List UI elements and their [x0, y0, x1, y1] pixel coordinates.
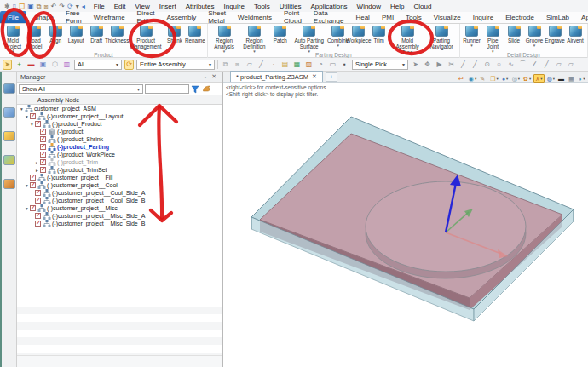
tree-row[interactable]: ▸(-)product_TrimSet	[17, 166, 222, 174]
tree-row[interactable]: ▾(-)customer_project__Cool	[17, 181, 222, 189]
tree-visibility-checkbox[interactable]	[35, 198, 41, 204]
tree-expander-icon[interactable]: ▸	[34, 160, 40, 165]
pick-component-icon[interactable]: ▦	[292, 60, 302, 69]
config-flower-icon[interactable]: ✿▾	[522, 74, 532, 83]
ribbon-tab-data-exchange[interactable]: Data Exchange	[308, 11, 350, 23]
menu-tools[interactable]: Tools	[250, 2, 274, 11]
redo-icon[interactable]: ↷	[59, 3, 65, 10]
new-tab-button[interactable]: +	[326, 72, 337, 82]
annotate-pen-icon[interactable]: ✎	[479, 74, 487, 83]
tree-row[interactable]: (-)product	[17, 128, 222, 135]
pick-edge-icon[interactable]: ╱	[257, 60, 266, 69]
ribbon-tab-weldments[interactable]: Weldments	[232, 11, 278, 23]
ribbon-tab-electrode[interactable]: Electrode	[499, 11, 540, 23]
filter-settings-icon[interactable]	[202, 84, 211, 94]
ribbon-tab-heal[interactable]: Heal	[349, 11, 375, 23]
regen-icon[interactable]: ⟳	[124, 60, 134, 70]
document-tab-product-parting[interactable]: * product_Parting.Z3ASM ✕	[230, 71, 323, 82]
manager-close-button[interactable]: ✕	[209, 73, 219, 80]
runner-button[interactable]: Runner▾	[462, 25, 482, 47]
grid-icon[interactable]: ▦	[568, 74, 576, 83]
stop-icon[interactable]: ▪	[340, 60, 349, 69]
undo-icon[interactable]: ↶	[51, 3, 57, 10]
pick-last-icon[interactable]: ➤	[411, 60, 420, 69]
add-to-selection-icon[interactable]: +	[14, 60, 24, 69]
assembly-manager-icon[interactable]	[3, 83, 15, 94]
menu-insert[interactable]: Insert	[155, 2, 181, 11]
snap-point-icon[interactable]: ✂	[447, 60, 456, 69]
tree-visibility-checkbox[interactable]	[35, 121, 41, 127]
history-manager-icon[interactable]	[3, 179, 15, 189]
show-all-dropdown[interactable]: Show All ▾	[19, 84, 143, 94]
ribbon-tab-visualize[interactable]: Visualize	[428, 11, 467, 23]
background-icon[interactable]: ▬	[557, 74, 566, 83]
tree-expander-icon[interactable]: ▾	[24, 206, 30, 211]
menu-window[interactable]: Window	[353, 2, 385, 11]
product-management-button[interactable]: Product Management	[127, 25, 164, 49]
tree-expander-icon[interactable]: ▾	[19, 106, 25, 112]
tree-row[interactable]: (-)product_WorkPiece	[17, 151, 222, 158]
reference-icon[interactable]: ⧉	[221, 60, 230, 69]
ribbon-tab-assembly[interactable]: Assembly	[160, 11, 202, 23]
new-file-icon[interactable]: ▯	[13, 3, 16, 10]
menu-help[interactable]: Help	[386, 2, 408, 11]
align-button[interactable]: Align	[45, 25, 66, 43]
visual-manager-icon[interactable]	[3, 131, 15, 141]
tree-row[interactable]: ▾customer_project_ASM	[17, 105, 222, 112]
tree-row[interactable]: (-)customer_project__Cool_Side_A	[17, 189, 222, 197]
csys-axis-icon[interactable]: ⋏▾	[533, 74, 544, 83]
ribbon-tab-shape[interactable]: Shape	[28, 11, 60, 23]
pick-mode-select[interactable]: Single Pick▾	[352, 60, 408, 70]
pick-chain-icon[interactable]: ▶	[435, 60, 444, 69]
snap-curve-icon[interactable]: ⌒	[518, 60, 527, 69]
region-definition-button[interactable]: Region Definition▾	[239, 25, 270, 53]
ribbon-tab-wireframe[interactable]: Wireframe	[88, 11, 131, 23]
manager-minimize-button[interactable]: ▫	[202, 74, 209, 80]
remove-from-selection-icon[interactable]: ▬	[26, 60, 36, 69]
print-icon[interactable]: ⧈	[44, 3, 49, 10]
pick-sketch-icon[interactable]: ▨	[304, 60, 314, 69]
region-analysis-button[interactable]: Region Analysis▾	[210, 25, 239, 53]
draft-button[interactable]: Draft	[86, 25, 107, 43]
constraint-icon[interactable]: ⧈	[233, 60, 242, 69]
shrink-button[interactable]: Shrink	[164, 25, 185, 43]
ribbon-tab-file[interactable]: File	[0, 11, 26, 23]
snap-line2-icon[interactable]: ╱	[470, 60, 480, 69]
auto-parting-surface-button[interactable]: Auto Parting Surface▾	[291, 25, 328, 53]
ribbon-tab-point-cloud[interactable]: Point Cloud	[278, 11, 308, 23]
layer-folder-icon[interactable]: ❒▾	[489, 74, 499, 83]
history-clock-icon[interactable]: ◔	[316, 60, 326, 69]
engrave-button[interactable]: Engrave	[545, 25, 565, 43]
rename-button[interactable]: Rename	[185, 25, 205, 43]
filter-funnel-icon[interactable]	[191, 84, 200, 94]
tree-visibility-checkbox[interactable]	[40, 129, 46, 135]
tree-search-input[interactable]	[145, 84, 189, 94]
pick-feature-icon[interactable]: ▤	[280, 60, 290, 69]
tree-row[interactable]: ▸(-)product_Trim	[17, 158, 222, 166]
boss-disc-top[interactable]	[366, 181, 526, 272]
lasso-icon[interactable]: ⬡	[50, 60, 60, 69]
tree-row[interactable]: ▾(-)product_Product	[17, 120, 222, 128]
open-file-icon[interactable]: ❒	[19, 3, 25, 10]
tree-expander-icon[interactable]: ▸	[34, 168, 40, 173]
patch-button[interactable]: Patch	[270, 25, 291, 43]
menu-file[interactable]: File	[89, 2, 109, 11]
snap-face2-icon[interactable]: ▱	[566, 60, 575, 69]
combine-button[interactable]: Combine▾	[328, 25, 349, 47]
ribbon-tab-direct-edit[interactable]: Direct Edit	[131, 11, 161, 23]
pick-vertex-icon[interactable]: ∙	[268, 60, 278, 69]
tree-row[interactable]: (-)customer_project__Fill	[17, 174, 222, 181]
mold-project-button[interactable]: Mold Project▾	[2, 25, 24, 53]
menu-edit[interactable]: Edit	[110, 2, 130, 11]
shading-mode-icon[interactable]: ◉▾	[468, 74, 477, 83]
tree-visibility-checkbox[interactable]	[30, 205, 36, 211]
assembly-node-header[interactable]: Assembly Node	[17, 95, 222, 105]
tree-visibility-checkbox[interactable]	[30, 113, 36, 119]
slide-button[interactable]: Slide	[504, 25, 524, 43]
tree-row[interactable]: ▾(-)customer_project__Layout	[17, 112, 222, 120]
3d-viewport[interactable]: * product_Parting.Z3ASM ✕ + <right-click…	[223, 72, 588, 367]
trim-button[interactable]: Trim	[369, 25, 389, 43]
menu-cloud[interactable]: Cloud	[409, 2, 435, 11]
thickness-button[interactable]: Thickness	[107, 25, 127, 43]
entity-filter-select[interactable]: All▾	[74, 60, 122, 70]
